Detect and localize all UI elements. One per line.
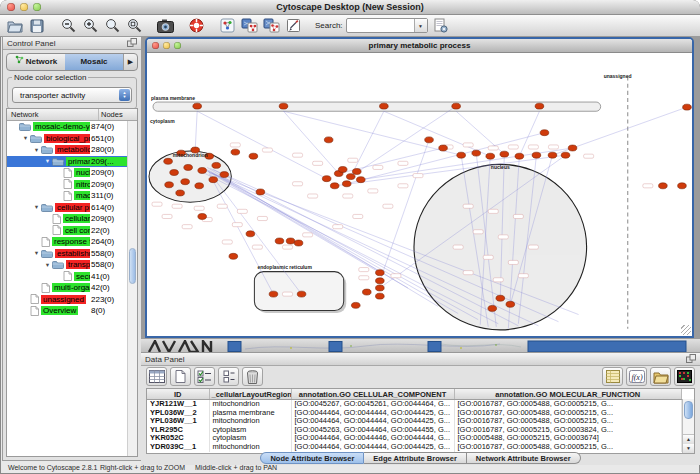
tree-row[interactable]: ▼metabolic process280(0) (7, 144, 128, 156)
graph-node[interactable] (376, 293, 385, 299)
attribute-table-icon[interactable] (602, 367, 623, 386)
search-dropdown-button[interactable]: ▼ (414, 19, 427, 32)
graph-node[interactable] (515, 153, 524, 159)
annotation-icon[interactable] (284, 17, 302, 34)
more-tabs-button[interactable]: ▶ (123, 54, 137, 70)
graph-node[interactable] (356, 177, 365, 183)
tab-node-attribute-browser[interactable]: Node Attribute Browser (260, 452, 364, 464)
table-row[interactable]: YKR052Ccytoplasm[GO:0044464, GO:0044446,… (147, 434, 682, 443)
tab-network[interactable]: Network (7, 54, 65, 70)
tree-row[interactable]: ▼establishment of lo558(0) (7, 248, 128, 260)
graph-node[interactable] (568, 145, 577, 151)
window-resize-grip[interactable] (681, 325, 691, 335)
expander-icon[interactable]: ▼ (32, 250, 41, 256)
network-zoom-button[interactable] (174, 42, 181, 49)
graph-node[interactable] (500, 151, 509, 157)
graph-node[interactable] (678, 183, 687, 189)
graph-node[interactable] (376, 270, 385, 276)
tree-column-network[interactable]: Network (7, 109, 99, 120)
graph-node[interactable] (496, 295, 505, 301)
graph-node[interactable] (322, 176, 331, 182)
tab-network-attribute-browser[interactable]: Network Attribute Browser (467, 452, 581, 464)
graph-node[interactable] (439, 145, 448, 151)
search-config-button[interactable] (432, 17, 450, 34)
graph-node[interactable] (457, 152, 466, 158)
graph-node[interactable] (683, 104, 692, 110)
minimize-button[interactable] (20, 3, 28, 11)
graph-node[interactable] (425, 137, 434, 143)
tree-row[interactable]: ▼cellular process614(0) (7, 202, 128, 214)
tree-row[interactable]: cellular metabol209(0) (7, 213, 128, 225)
tab-edge-attribute-browser[interactable]: Edge Attribute Browser (364, 452, 466, 464)
table-row[interactable]: YPL036W__1mitochondrion[GO:0044464, GO:0… (147, 417, 682, 426)
graph-node[interactable] (376, 285, 385, 291)
tree-row[interactable]: secretion41(0) (7, 271, 128, 283)
graph-node[interactable] (486, 153, 495, 159)
graph-node[interactable] (195, 183, 204, 189)
table-row[interactable]: YDR039C__1mitochondrion[GO:0044464, GO:0… (147, 443, 682, 452)
graph-node[interactable] (376, 278, 385, 284)
graph-node[interactable] (176, 190, 185, 196)
graph-node[interactable] (294, 240, 303, 246)
graph-node[interactable] (193, 103, 202, 109)
expander-icon[interactable]: ▼ (32, 204, 41, 210)
graph-node[interactable] (380, 103, 389, 109)
snapshot-icon[interactable] (156, 17, 174, 34)
graph-node[interactable] (275, 238, 284, 244)
graph-node[interactable] (231, 149, 240, 155)
function-builder-icon[interactable]: f(x) (626, 367, 647, 386)
table-row[interactable]: YLR295Ccytoplasm[GO:0045263, GO:0044464,… (147, 426, 682, 435)
tree-row[interactable]: macromolecule311(0) (7, 190, 128, 202)
graph-node[interactable] (540, 130, 549, 136)
select-attributes-icon[interactable] (194, 367, 215, 386)
graph-node[interactable] (286, 238, 295, 244)
column-header[interactable]: annotation.GO MOLECULAR_FUNCTION (454, 389, 682, 400)
network-overview-icon[interactable] (218, 17, 236, 34)
import-attributes-icon[interactable] (650, 367, 671, 386)
graph-node[interactable] (256, 189, 265, 195)
graph-node[interactable] (212, 162, 221, 168)
tree-row[interactable]: ▼transport558(0) (7, 259, 128, 271)
zoom-in-icon[interactable] (81, 17, 99, 34)
tree-column-nodes[interactable]: Nodes (99, 109, 137, 120)
graph-node[interactable] (351, 302, 360, 308)
float-panel-icon[interactable] (127, 38, 137, 49)
zoom-fit-icon[interactable] (103, 17, 121, 34)
network-close-button[interactable] (152, 42, 159, 49)
graph-node[interactable] (338, 167, 347, 173)
attribute-grid-icon[interactable] (146, 367, 167, 386)
node-color-dropdown[interactable]: transporter activity ▲▼ (12, 87, 132, 103)
tree-row[interactable]: response to stimulu264(0) (7, 236, 128, 248)
expander-icon[interactable]: ▼ (32, 147, 41, 153)
expander-icon[interactable]: ▼ (21, 135, 30, 141)
graph-node[interactable] (548, 152, 557, 158)
tree-row[interactable]: nucleobase-209(0) (7, 167, 128, 179)
tree-row[interactable]: multi-organism pro42(0) (7, 282, 128, 294)
float-panel-icon[interactable] (686, 354, 696, 365)
search-input[interactable] (347, 19, 414, 32)
save-icon[interactable] (28, 17, 46, 34)
tree-row[interactable]: nitrogen compo209(0) (7, 179, 128, 191)
zoom-selected-icon[interactable] (125, 17, 143, 34)
expander-icon[interactable]: ▼ (43, 158, 52, 164)
tree-row[interactable]: unassigned223(0) (7, 294, 128, 306)
network-view-titlebar[interactable]: primary metabolic process (147, 39, 692, 53)
graph-node[interactable] (330, 183, 339, 189)
zoom-button[interactable] (33, 3, 41, 11)
graph-node[interactable] (352, 169, 361, 175)
network-canvas[interactable]: plasma membranecytoplasmmitochondrionnuc… (147, 53, 692, 336)
tree-row[interactable]: mosaic-demo-yeast874(0) (7, 121, 128, 133)
table-scrollbar-thumb[interactable] (684, 401, 693, 419)
graph-node[interactable] (342, 181, 351, 187)
graph-node[interactable] (165, 182, 174, 188)
network-vizmap-icon[interactable] (240, 17, 258, 34)
graph-node[interactable] (184, 164, 193, 170)
graph-node[interactable] (229, 253, 238, 259)
tree-row[interactable]: ▼biological_process651(0) (7, 133, 128, 145)
table-row[interactable]: YJR121W__1mitochondrion[GO:0045267, GO:0… (147, 400, 682, 409)
help-icon[interactable] (187, 17, 205, 34)
delete-attribute-icon[interactable] (242, 367, 263, 386)
close-button[interactable] (7, 3, 15, 11)
graph-node[interactable] (249, 153, 258, 159)
graph-node[interactable] (209, 177, 218, 183)
